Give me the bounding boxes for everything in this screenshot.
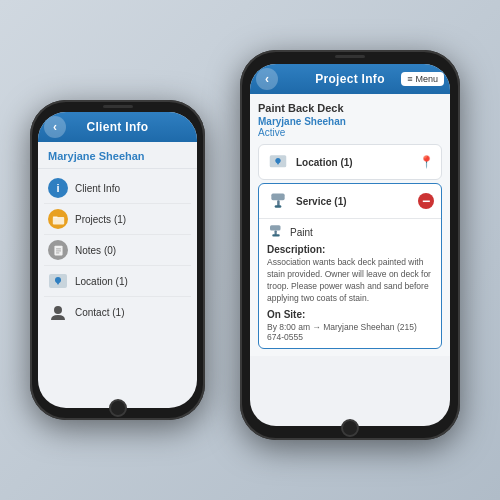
menu-item-client-info-label: Client Info [75, 183, 120, 194]
right-back-icon: ‹ [265, 72, 269, 86]
info-icon: i [48, 178, 68, 198]
left-phone: ‹ Client Info Maryjane Sheehan i Client … [30, 100, 205, 420]
right-header-bar: ‹ Project Info ≡ Menu [250, 64, 450, 94]
menu-item-contact[interactable]: Contact (1) [44, 297, 191, 327]
left-back-button[interactable]: ‹ [44, 116, 66, 138]
right-header-title: Project Info [315, 72, 385, 86]
menu-icon: ≡ [407, 74, 412, 84]
menu-item-projects[interactable]: Projects (1) [44, 204, 191, 235]
service-minus-button[interactable]: − [418, 193, 434, 209]
svg-rect-15 [275, 205, 282, 208]
right-phone: ‹ Project Info ≡ Menu Paint Back Deck Ma… [240, 50, 460, 440]
svg-rect-1 [52, 216, 57, 218]
on-site-title: On Site: [267, 309, 433, 320]
location-icon [48, 271, 68, 291]
contact-icon [48, 302, 68, 322]
description-title: Description: [267, 244, 433, 255]
menu-item-projects-label: Projects (1) [75, 214, 126, 225]
project-title: Paint Back Deck [258, 102, 442, 114]
note-icon [48, 240, 68, 260]
right-home-button[interactable] [341, 419, 359, 437]
client-name: Maryjane Sheehan [38, 142, 197, 166]
location-section-label: Location (1) [296, 157, 412, 168]
phone-speaker-right [335, 55, 365, 58]
left-header-title: Client Info [87, 120, 149, 134]
paint-label: Paint [290, 227, 313, 238]
location-pin-icon: 📍 [418, 154, 434, 170]
project-status: Active [258, 127, 442, 138]
svg-rect-13 [271, 194, 284, 201]
folder-icon [48, 209, 68, 229]
menu-item-notes-label: Notes (0) [75, 245, 116, 256]
divider-top [38, 168, 197, 169]
service-section-expanded: Service (1) − Paint D [258, 183, 442, 349]
left-back-icon: ‹ [53, 120, 57, 134]
location-section-row[interactable]: Location (1) 📍 [258, 144, 442, 180]
on-site-text: By 8:00 am → Maryjane Sheehan (215) 674-… [267, 322, 433, 342]
right-phone-screen: ‹ Project Info ≡ Menu Paint Back Deck Ma… [250, 64, 450, 426]
left-header-bar: ‹ Client Info [38, 112, 197, 142]
paint-icon [267, 223, 285, 241]
left-phone-screen: ‹ Client Info Maryjane Sheehan i Client … [38, 112, 197, 408]
svg-rect-16 [270, 225, 281, 230]
description-text: Association wants back deck painted with… [267, 257, 433, 305]
menu-list: i Client Info Projects (1) [38, 171, 197, 329]
paint-row: Paint [267, 223, 433, 241]
svg-rect-14 [277, 200, 280, 206]
menu-item-location[interactable]: Location (1) [44, 266, 191, 297]
menu-item-client-info[interactable]: i Client Info [44, 173, 191, 204]
location-section-icon [266, 150, 290, 174]
svg-rect-0 [52, 217, 63, 224]
left-home-button[interactable] [109, 399, 127, 417]
project-content: Paint Back Deck Maryjane Sheehan Active … [250, 94, 450, 356]
menu-button[interactable]: ≡ Menu [401, 72, 444, 86]
service-body: Paint Description: Association wants bac… [259, 218, 441, 348]
phone-speaker-left [103, 105, 133, 108]
service-section-icon [266, 189, 290, 213]
phones-container: ‹ Client Info Maryjane Sheehan i Client … [10, 20, 490, 480]
right-back-button[interactable]: ‹ [256, 68, 278, 90]
service-section-header[interactable]: Service (1) − [259, 184, 441, 218]
service-section-label: Service (1) [296, 196, 412, 207]
menu-item-notes[interactable]: Notes (0) [44, 235, 191, 266]
menu-item-location-label: Location (1) [75, 276, 128, 287]
menu-item-contact-label: Contact (1) [75, 307, 124, 318]
svg-point-9 [54, 306, 62, 314]
menu-label: Menu [415, 74, 438, 84]
project-client: Maryjane Sheehan [258, 116, 442, 127]
svg-rect-18 [272, 234, 280, 236]
